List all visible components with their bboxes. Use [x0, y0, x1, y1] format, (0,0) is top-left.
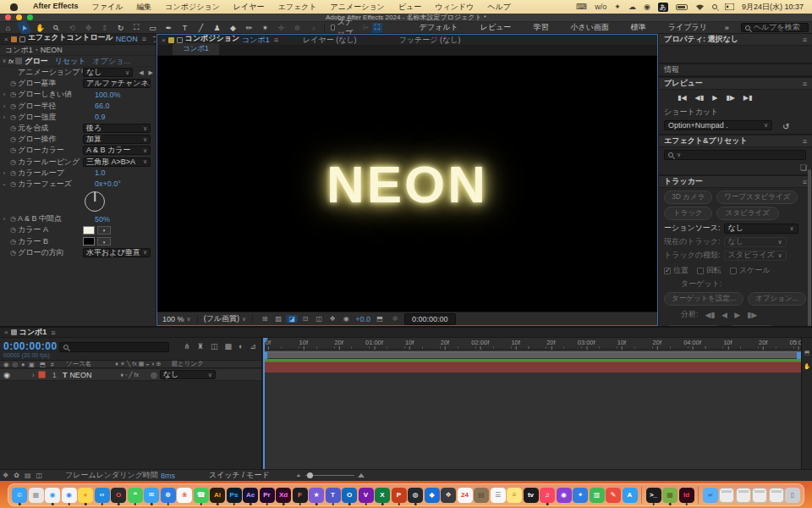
menu-item-3[interactable]: コンポジション	[158, 2, 226, 13]
control-center-icon[interactable]	[725, 3, 734, 10]
property-value[interactable]: 50%	[95, 215, 110, 224]
resolution-dropdown[interactable]: (フル画質)∨	[204, 313, 247, 324]
stopwatch-icon[interactable]: ◷	[8, 158, 18, 166]
shape-group-tool[interactable]: ✛	[274, 23, 288, 33]
property-value[interactable]: 100.0%	[95, 91, 121, 99]
minimized-window-4-dock-icon[interactable]	[769, 488, 784, 503]
preview-time-field[interactable]: 0:00:00:00	[404, 313, 456, 325]
hide-shy-layers-icon[interactable]: ◫	[211, 342, 218, 351]
property-control[interactable]: A & B カラー∨	[83, 146, 156, 155]
orbit-camera-tool[interactable]: ⟲	[65, 23, 80, 33]
twirl-icon[interactable]: ›	[0, 91, 8, 97]
safari-dock-icon[interactable]: ◉	[45, 488, 60, 503]
track-type-dropdown[interactable]: スタビライズ∨	[724, 251, 787, 261]
panel-menu-icon[interactable]: ≡	[51, 329, 55, 337]
pencil-app-dock-icon[interactable]: ✎	[606, 488, 621, 503]
blue-badge-app-icon[interactable]: ☁	[628, 3, 636, 11]
property-dropdown[interactable]: 後ろ∨	[83, 124, 151, 133]
workspace-tab-0[interactable]: デフォルト	[409, 22, 469, 33]
messages-dock-icon[interactable]: ❝	[128, 488, 143, 503]
layer-switches-icons[interactable]: ♦ ◦ ╱ fx	[120, 372, 139, 378]
effect-property-row-8[interactable]: ◷カラールーピング三角形 A>B>A∨	[0, 157, 156, 168]
choose-grid-guides-icon[interactable]: ⊞	[259, 315, 271, 323]
graph-editor-icon[interactable]: ⊿	[250, 342, 256, 351]
workspace-overflow-button[interactable]: »	[718, 24, 736, 32]
menu-item-1[interactable]: ファイル	[85, 2, 130, 13]
menu-item-5[interactable]: エフェクト	[271, 2, 323, 13]
utility-app-dock-icon[interactable]: ☸	[161, 488, 176, 503]
panel-menu-icon[interactable]: ≡	[803, 36, 807, 44]
menubar-clock[interactable]: 9月24日(水) 10:37	[742, 2, 804, 13]
zoom-in-icon[interactable]	[358, 473, 365, 478]
layer-name[interactable]: NEON	[69, 371, 91, 379]
stopwatch-icon[interactable]: ◷	[8, 146, 18, 154]
photoshop-dock-icon[interactable]: Ps	[227, 488, 242, 503]
type-tool[interactable]: T	[178, 23, 192, 33]
property-dropdown[interactable]: 水平および垂直∨	[83, 248, 151, 257]
stopwatch-icon[interactable]: ◷	[8, 91, 18, 98]
exposure-icon[interactable]: ◉	[340, 315, 352, 323]
tab-project[interactable]: プロ	[151, 34, 156, 45]
effect-property-row-1[interactable]: ◷グロー基準アルファチャンネル∨	[0, 78, 156, 89]
app-store-dock-icon[interactable]: A	[623, 488, 638, 503]
workspace-tab-5[interactable]: ライブラリ	[657, 22, 718, 33]
fx-badge-icon[interactable]: fx	[8, 58, 14, 65]
property-value[interactable]: 1.0	[95, 168, 106, 177]
effect-property-row-13[interactable]: ◷カラー B◗	[0, 235, 156, 246]
minimized-window-2-dock-icon[interactable]	[736, 488, 751, 503]
scrollbar[interactable]	[808, 169, 811, 330]
minimized-window-1-dock-icon[interactable]	[719, 488, 734, 503]
twirl-icon[interactable]: ›	[0, 170, 8, 176]
menu-item-6[interactable]: アニメーション	[324, 2, 392, 13]
analyze-backward-1-button[interactable]: ◀▮	[705, 311, 716, 319]
twirl-icon[interactable]: ⌄	[0, 180, 8, 187]
comp-file-tab[interactable]: コンポ1	[173, 43, 219, 55]
color-swatch[interactable]	[83, 237, 95, 246]
property-control[interactable]: 加算∨	[83, 135, 156, 144]
twirl-icon[interactable]: ›	[0, 103, 8, 109]
figma-dock-icon[interactable]: F	[293, 488, 308, 503]
effect-property-row-6[interactable]: ◷グロー操作加算∨	[0, 134, 156, 145]
menu-item-2[interactable]: 編集	[129, 2, 158, 13]
workspace-tab-3[interactable]: 小さい画面	[559, 22, 619, 33]
twirl-icon[interactable]: ›	[0, 114, 8, 120]
spotlight-icon[interactable]	[712, 4, 717, 9]
twirl-icon[interactable]: ›	[0, 216, 8, 222]
keyboard-icon[interactable]: ⌨	[576, 3, 587, 11]
work-area-bar[interactable]	[263, 351, 801, 358]
stopwatch-icon[interactable]: ◷	[8, 124, 18, 132]
stopwatch-icon[interactable]: ◷	[8, 249, 18, 257]
effect-property-row-2[interactable]: ›◷グローしきい値100.0%	[0, 89, 156, 100]
mask-path-toggle-icon[interactable]: ⛶	[372, 23, 381, 33]
eyedropper-icon[interactable]: ◗	[97, 237, 111, 246]
new-preset-icon[interactable]: ❏	[800, 163, 807, 172]
workspace-tab-4[interactable]: 標準	[620, 22, 657, 33]
region-of-interest-icon[interactable]: ⊡	[299, 315, 311, 323]
analyze-forward-1-button[interactable]: ▮▶	[747, 311, 757, 319]
powerpoint-dock-icon[interactable]: P	[392, 488, 407, 503]
effect-property-row-10[interactable]: ⌄◷カラーフェーズ0x+0.0°	[0, 179, 156, 190]
reset-preview-icon[interactable]: ↺	[782, 122, 789, 131]
close-panel-icon[interactable]: ×	[0, 36, 11, 43]
help-search-input[interactable]: ヘルプを検索	[741, 23, 809, 32]
hand-tool[interactable]: ✋	[33, 23, 47, 33]
window-tile-app-dock-icon[interactable]: ❖	[441, 488, 456, 503]
effect-reset-link[interactable]: リセット	[55, 56, 86, 67]
parent-link-dropdown[interactable]: なし ∨	[160, 370, 216, 379]
eye-icon[interactable]: ◉	[0, 371, 14, 379]
tab-layer[interactable]: レイヤー (なし)	[294, 35, 365, 46]
roto-brush-tool[interactable]: ✏	[242, 23, 256, 33]
dark-red-browser-dock-icon[interactable]: O	[111, 488, 126, 503]
dolly-camera-tool[interactable]: ⇕	[97, 23, 112, 33]
launchpad-dock-icon[interactable]: ▦	[29, 488, 44, 503]
info-panel-header[interactable]: 情報	[659, 64, 812, 76]
trash-dock-icon[interactable]: ▯	[785, 488, 800, 503]
composition-viewport[interactable]: NEON	[157, 56, 657, 312]
stopwatch-icon[interactable]: ◷	[8, 180, 18, 188]
first-frame-button[interactable]: ▮◀	[678, 94, 687, 102]
property-control[interactable]: 後ろ∨	[83, 124, 156, 133]
menu-item-4[interactable]: レイヤー	[227, 2, 272, 13]
outlook-dock-icon[interactable]: O	[342, 488, 357, 503]
effects-presets-panel-header[interactable]: エフェクト&プリセット ≡	[659, 135, 812, 147]
color-phase-dial[interactable]	[85, 191, 105, 212]
